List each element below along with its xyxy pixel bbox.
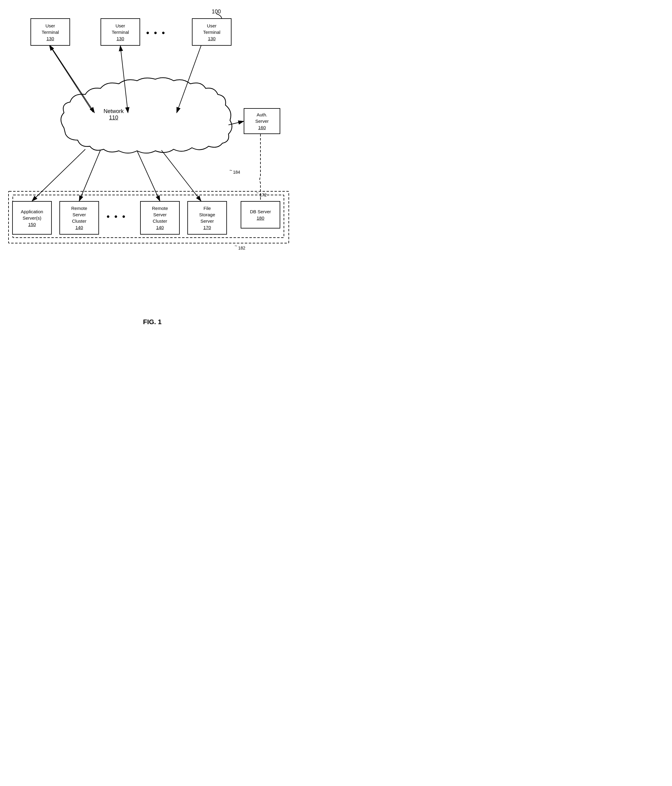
svg-line-4 <box>177 46 201 113</box>
svg-text:~: ~ <box>229 168 232 173</box>
label-100: 100 <box>212 8 221 15</box>
user-terminal-2: User Terminal 130 <box>100 18 140 46</box>
ut3-line2: Terminal <box>203 29 221 35</box>
ut1-line2: Terminal <box>42 29 59 35</box>
svg-line-5 <box>49 45 93 112</box>
fig-caption: FIG. 1 <box>143 318 162 326</box>
svg-text:172: 172 <box>259 193 267 197</box>
user-terminal-1: User Terminal 130 <box>30 18 70 46</box>
svg-line-2 <box>50 46 94 113</box>
ut2-ref: 130 <box>116 35 124 42</box>
fss-line1: File <box>204 205 211 211</box>
remote-server-cluster-1: Remote Server Cluster 140 <box>60 201 99 234</box>
rsc2-line2: Server <box>153 211 166 218</box>
rsc2-line1: Remote <box>152 205 168 211</box>
svg-text:~: ~ <box>256 190 259 195</box>
svg-text:182: 182 <box>238 245 245 250</box>
remote-server-cluster-2: Remote Server Cluster 140 <box>140 201 180 234</box>
network-ref: 110 <box>104 115 124 121</box>
ut1-line1: User <box>46 22 55 29</box>
svg-line-6 <box>228 121 244 125</box>
auth-line1: Auth. <box>256 112 267 118</box>
dots-top: • • • <box>146 28 166 38</box>
db-server: DB Server 180 <box>241 201 280 228</box>
dots-bottom: • • • <box>107 212 126 222</box>
svg-line-8 <box>79 150 100 201</box>
rsc1-ref: 140 <box>75 224 83 231</box>
rsc2-ref: 140 <box>156 224 163 231</box>
svg-line-10 <box>162 150 201 201</box>
network-line1: Network <box>104 108 124 115</box>
ut2-line1: User <box>115 22 125 29</box>
ut1-ref: 130 <box>46 35 54 42</box>
auth-ref: 160 <box>258 124 265 131</box>
file-storage-server: File Storage Server 170 <box>187 201 227 234</box>
auth-line2: Server <box>255 118 268 124</box>
app-ref: 150 <box>28 221 36 228</box>
fss-line3: Server <box>201 218 214 224</box>
diagram-container: ~ 172 ~ 182 184 ~ 100 User Terminal 130 … <box>0 0 305 335</box>
svg-line-7 <box>32 149 85 201</box>
rsc2-line3: Cluster <box>152 218 167 224</box>
user-terminal-3: User Terminal 130 <box>192 18 231 46</box>
app-line1: Application <box>21 208 43 215</box>
svg-line-9 <box>137 151 160 201</box>
rsc1-line2: Server <box>72 211 86 218</box>
dbs-line1: DB Server <box>250 208 271 215</box>
fss-ref: 170 <box>203 224 211 231</box>
app-line2: Server(s) <box>22 215 41 221</box>
ut3-line1: User <box>207 22 217 29</box>
network-label: Network 110 <box>104 108 124 121</box>
ut3-ref: 130 <box>208 35 215 42</box>
label-100-text: 100 <box>212 8 221 15</box>
auth-server: Auth. Server 160 <box>244 108 280 134</box>
svg-text:~: ~ <box>235 243 237 248</box>
svg-text:184: 184 <box>233 170 240 174</box>
app-server: Application Server(s) 150 <box>12 201 52 234</box>
svg-line-3 <box>120 46 128 113</box>
fss-line2: Storage <box>199 211 215 218</box>
dbs-ref: 180 <box>256 215 264 221</box>
rsc1-line3: Cluster <box>72 218 86 224</box>
rsc1-line1: Remote <box>71 205 88 211</box>
ut2-line2: Terminal <box>112 29 129 35</box>
